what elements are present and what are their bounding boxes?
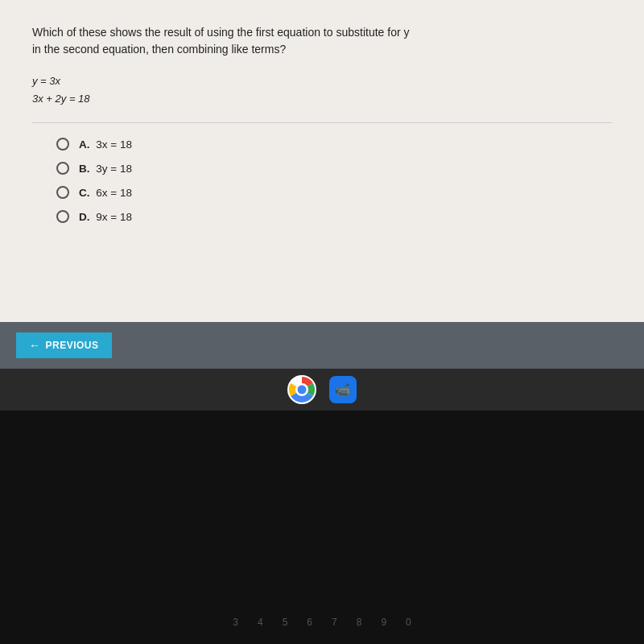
arrow-left-icon: ← <box>29 339 41 352</box>
option-d-label: D. 9x = 18 <box>79 211 132 223</box>
radio-d[interactable] <box>56 210 69 223</box>
svg-point-2 <box>298 386 307 394</box>
previous-label: PREVIOUS <box>46 340 99 351</box>
option-c-label: C. 6x = 18 <box>79 187 132 199</box>
option-c[interactable]: C. 6x = 18 <box>56 186 612 199</box>
option-b-value: 3y = 18 <box>96 163 132 175</box>
dark-area: 3 4 5 6 7 8 9 0 <box>0 411 644 644</box>
taskbar: 📹 <box>0 369 644 411</box>
key-9: 9 <box>381 617 386 628</box>
key-5: 5 <box>283 617 288 628</box>
radio-b[interactable] <box>56 162 69 175</box>
zoom-camera-icon: 📹 <box>335 382 351 398</box>
question-text: Which of these shows the result of using… <box>32 24 612 58</box>
key-6: 6 <box>307 617 312 628</box>
question-line1: Which of these shows the result of using… <box>32 24 612 41</box>
key-4: 4 <box>258 617 263 628</box>
options-list: A. 3x = 18 B. 3y = 18 C. 6x = 18 D. 9x =… <box>56 138 612 223</box>
option-b-label: B. 3y = 18 <box>79 163 132 175</box>
option-d-letter: D. <box>79 211 90 223</box>
key-3: 3 <box>233 617 238 628</box>
option-a-value: 3x = 18 <box>96 138 132 151</box>
key-8: 8 <box>357 617 362 628</box>
bottom-bar: ← PREVIOUS <box>0 322 644 369</box>
option-a-letter: A. <box>79 138 90 151</box>
option-a-label: A. 3x = 18 <box>79 138 132 151</box>
option-a[interactable]: A. 3x = 18 <box>56 138 612 151</box>
option-d[interactable]: D. 9x = 18 <box>56 210 612 223</box>
key-0: 0 <box>406 617 411 628</box>
option-c-value: 6x = 18 <box>96 187 132 199</box>
option-b-letter: B. <box>79 163 90 175</box>
option-c-letter: C. <box>79 187 90 199</box>
keyboard-hint: 3 4 5 6 7 8 9 0 <box>0 617 644 628</box>
chrome-icon[interactable] <box>287 375 316 404</box>
equation-1: y = 3x <box>32 72 612 90</box>
zoom-icon[interactable]: 📹 <box>329 376 357 403</box>
radio-a[interactable] <box>56 138 69 151</box>
divider <box>32 122 612 123</box>
option-d-value: 9x = 18 <box>96 211 132 223</box>
option-b[interactable]: B. 3y = 18 <box>56 162 612 175</box>
key-7: 7 <box>332 617 337 628</box>
question-line2: in the second equation, then combining l… <box>32 41 612 58</box>
equations-block: y = 3x 3x + 2y = 18 <box>32 72 612 108</box>
previous-button[interactable]: ← PREVIOUS <box>16 332 112 358</box>
equation-2: 3x + 2y = 18 <box>32 90 612 108</box>
radio-c[interactable] <box>56 186 69 199</box>
